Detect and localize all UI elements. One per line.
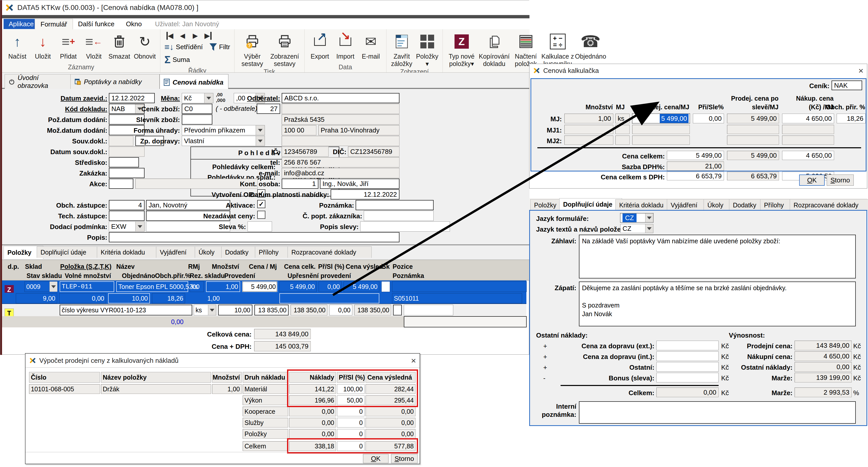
stredisko-field[interactable] bbox=[109, 157, 139, 167]
aktivace-checkbox[interactable]: ✓ bbox=[257, 200, 266, 208]
cost-row-prsl[interactable]: 0 bbox=[337, 418, 365, 428]
chevron-down-icon[interactable] bbox=[204, 93, 213, 103]
zobrazeni-sestavy-button[interactable]: Zobrazení sestavy bbox=[268, 30, 302, 68]
col-vysled[interactable]: Cena výsled. bbox=[346, 263, 385, 270]
zavrit-zalozky-button[interactable]: Zavřít záložky bbox=[389, 30, 414, 68]
smazat-button[interactable]: Smazat bbox=[106, 30, 132, 60]
mj-nakup[interactable]: 4 650,00 bbox=[782, 113, 834, 123]
chevron-down-icon[interactable] bbox=[256, 125, 265, 135]
kalkulace-z-kusovniku-button[interactable]: + −= ÷Kalkulace z kusovníku bbox=[541, 30, 574, 68]
cena-celkem-c[interactable]: 4 650,00 bbox=[782, 151, 834, 160]
col-upresneni[interactable]: Upřesnění provedení bbox=[287, 272, 351, 279]
kont-osoba-name-field[interactable]: Ing., Novák, Jiří bbox=[320, 178, 399, 189]
sort-button[interactable]: ≡↓Setřídění bbox=[164, 42, 203, 52]
cost-row-prsl[interactable]: 0 bbox=[337, 429, 365, 439]
tech-zastupce-num-field[interactable] bbox=[109, 211, 145, 221]
vlozit-button[interactable]: ≡←Vložit bbox=[81, 30, 106, 60]
objednano-button[interactable]: ☎Objednáno bbox=[574, 30, 607, 60]
poznamka-field[interactable] bbox=[355, 200, 434, 210]
mj-prisle[interactable]: 0,00 bbox=[693, 113, 724, 123]
zakazka-field[interactable] bbox=[109, 168, 145, 178]
cenik-zbozi-field[interactable]: C0 bbox=[182, 104, 212, 114]
col-cena-mj[interactable]: Cena / Mj bbox=[244, 263, 277, 270]
obch-zastupce-num-field[interactable]: 4 bbox=[109, 200, 145, 210]
sklad-cell[interactable]: 0009 bbox=[25, 281, 58, 292]
col-nazev[interactable]: Název bbox=[116, 263, 134, 270]
mnozstvi-cell[interactable]: 10,00 bbox=[218, 305, 252, 315]
kopirovani-dokladu-button[interactable]: Kopírování dokladu bbox=[478, 30, 510, 68]
col-sk[interactable]: Sk bbox=[382, 263, 390, 270]
dodaci-podminka-select[interactable]: EXW bbox=[109, 222, 145, 232]
jazyk-formulare-select[interactable]: CZ bbox=[620, 213, 653, 223]
col-dp[interactable]: d.p. bbox=[8, 263, 19, 270]
nacist-button[interactable]: ↑Načíst bbox=[5, 30, 30, 60]
costs-ok-button[interactable]: OK bbox=[363, 454, 389, 463]
chevron-down-icon[interactable] bbox=[135, 222, 144, 231]
menu-okno[interactable]: Okno bbox=[122, 19, 146, 29]
mnozstvi-cell[interactable]: 1,00 bbox=[206, 281, 240, 292]
col-mnozstvi[interactable]: Množství bbox=[206, 263, 239, 270]
datum-platnosti-field[interactable]: 12.12.2022 bbox=[331, 189, 399, 199]
col-sklad[interactable]: Sklad bbox=[25, 263, 42, 270]
col-obch-prir[interactable]: Obch.přír.% bbox=[155, 272, 191, 279]
nazev-cell[interactable]: Toner Epson EPL 5000,5200 bbox=[116, 281, 188, 292]
mj-prodej-cena[interactable]: 5 499,00 bbox=[632, 113, 690, 123]
polozky-view-button[interactable]: Položky ▾ bbox=[414, 30, 440, 68]
pridat-button[interactable]: ≡+Přidat bbox=[56, 30, 81, 60]
chevron-down-icon[interactable] bbox=[50, 281, 57, 292]
last-record-icon[interactable]: ▶ bbox=[203, 31, 213, 40]
tab-uvodni-obrazovka[interactable]: Úvodní obrazovka bbox=[5, 74, 71, 89]
poznamka-cell[interactable]: S051011 bbox=[392, 293, 522, 303]
sk-cell[interactable] bbox=[381, 281, 390, 292]
costs-storno-button[interactable]: Storno bbox=[391, 454, 417, 463]
menu-dalsi-funkce[interactable]: Další funkce bbox=[74, 19, 119, 29]
cena-s-dph-a[interactable]: 6 653,79 bbox=[667, 172, 724, 180]
item-row-1[interactable]: Z 0009 TLEP-011 Toner Epson EPL 5000,520… bbox=[2, 280, 526, 293]
tab-kriteria-dokladu[interactable]: Kritéria dokladu bbox=[97, 246, 163, 258]
col-volne-mnozstvi[interactable]: Volné množství bbox=[65, 272, 111, 279]
cenik-field[interactable]: NAK bbox=[832, 80, 862, 90]
zp-dopravy-select[interactable]: Vlastní bbox=[182, 136, 265, 146]
c-popt-field[interactable] bbox=[364, 211, 434, 221]
poznamka-cell[interactable] bbox=[404, 316, 527, 327]
nacteni-polozek-button[interactable]: Načtení položek bbox=[510, 30, 541, 68]
email-button[interactable]: ✉E-mail bbox=[358, 30, 384, 60]
zapati-textarea[interactable]: Děkujeme za zaslání poptávky a těšíme se… bbox=[579, 281, 856, 326]
col-prsl[interactable]: Př/Sl (%) bbox=[318, 263, 344, 270]
col-rez-skladu[interactable]: Rez. skladu bbox=[190, 272, 225, 279]
col-rmj[interactable]: RMj bbox=[188, 263, 200, 270]
prsl-cell[interactable]: 0,00 bbox=[329, 305, 352, 315]
odberatel-number-field[interactable]: 27 bbox=[257, 104, 280, 114]
upresneni-cell[interactable] bbox=[279, 293, 379, 303]
vyber-sestavy-button[interactable]: ?Výběr sestavy bbox=[237, 30, 268, 68]
popis-slevy-field[interactable] bbox=[360, 222, 450, 232]
chevron-down-icon[interactable] bbox=[645, 213, 653, 222]
col-polozka[interactable]: Položka (S,Z,T,K) bbox=[60, 263, 112, 270]
pozice-cell[interactable] bbox=[404, 305, 453, 315]
filter-button[interactable]: Filtr bbox=[209, 43, 230, 51]
ulozit-button[interactable]: ↓Uložit bbox=[30, 30, 56, 60]
chevron-down-icon[interactable] bbox=[256, 136, 265, 146]
col-poznamka[interactable]: Poznámka bbox=[393, 272, 424, 279]
jazyk-textu-select[interactable]: CZ bbox=[620, 224, 653, 233]
zahlavi-textarea[interactable]: Na základě Vaší poptávky Vám nabízíme dá… bbox=[579, 235, 856, 278]
col-provedeni[interactable]: Provedení bbox=[224, 272, 255, 279]
typ-nove-polozky-button[interactable]: ZTyp nové položky▾ bbox=[445, 30, 478, 68]
ptab-kriteria-dokladu[interactable]: Kritéria dokladu bbox=[615, 199, 674, 211]
import-button[interactable]: ↘Import bbox=[333, 30, 358, 60]
cena-mj-cell[interactable]: 13 835,00 bbox=[254, 305, 288, 315]
pozice-cell[interactable] bbox=[392, 281, 527, 292]
akce-field[interactable] bbox=[109, 178, 133, 189]
kont-osoba-num-field[interactable]: 1 bbox=[282, 178, 318, 189]
nezadavat-ceny-checkbox[interactable] bbox=[257, 211, 266, 219]
menu-aplikace[interactable]: Aplikace bbox=[4, 19, 39, 29]
polozka-cell[interactable]: TLEP-011 bbox=[60, 281, 114, 292]
tab-cenova-nabidka[interactable]: Cenová nabídka bbox=[160, 74, 228, 90]
suma-button[interactable]: ΣSuma bbox=[164, 54, 190, 65]
nazev-cell[interactable]: číslo výkresu VYR001-10-123 bbox=[60, 305, 192, 315]
chevron-down-icon[interactable] bbox=[645, 224, 653, 233]
mena-select[interactable]: Kč bbox=[182, 93, 213, 103]
tab-doplnujici-udaje[interactable]: Doplňující údaje bbox=[37, 246, 103, 258]
col-objednano[interactable]: Objednáno bbox=[122, 272, 155, 279]
mj-obch-prir[interactable]: 18,26 bbox=[837, 113, 866, 123]
